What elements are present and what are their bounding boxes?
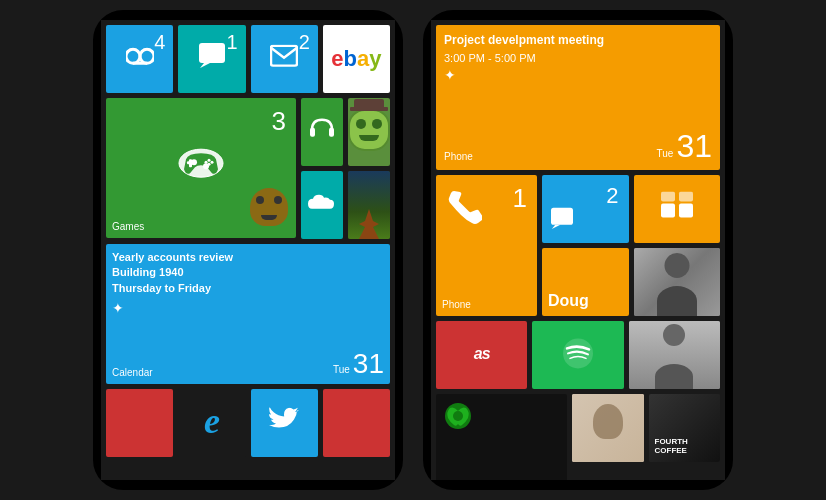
p1-right-col bbox=[301, 98, 390, 239]
zombie-face bbox=[348, 109, 390, 151]
phones-container: 4 1 bbox=[93, 10, 733, 490]
xbox-logo bbox=[444, 402, 472, 432]
svg-point-14 bbox=[208, 163, 211, 166]
voicemail-badge: 4 bbox=[154, 31, 165, 54]
svg-rect-3 bbox=[199, 43, 225, 63]
calendar-dots: ✦ bbox=[112, 300, 384, 316]
lastfm-icon: as bbox=[474, 345, 490, 363]
voicemail-icon bbox=[126, 47, 154, 65]
calendar-num-p2: 31 bbox=[676, 130, 712, 162]
tulip-tile[interactable] bbox=[634, 175, 721, 243]
messaging-tile-p1[interactable]: 1 bbox=[178, 25, 245, 93]
ebay-tile[interactable]: ebay bbox=[323, 25, 390, 93]
headphones-tile[interactable] bbox=[301, 98, 343, 166]
svg-point-26 bbox=[453, 411, 463, 421]
fourth-coffee-text: FOURTHCOFFEE bbox=[655, 437, 688, 456]
phone-label-p2: Phone bbox=[444, 151, 473, 162]
p1-row2: 3 bbox=[106, 98, 390, 239]
p2-row1: Project develpment meeting 3:00 PM - 5:0… bbox=[436, 25, 720, 170]
cloud-icon bbox=[306, 191, 338, 213]
voicemail-tile[interactable]: 4 bbox=[106, 25, 173, 93]
calendar-footer: Calendar Tue 31 bbox=[112, 350, 384, 378]
person-head bbox=[664, 253, 689, 278]
person-photo-tile[interactable] bbox=[634, 248, 721, 316]
calendar-date-p2: Tue 31 bbox=[657, 130, 712, 162]
messaging-badge-p2: 2 bbox=[606, 183, 618, 209]
phone-2: Project develpment meeting 3:00 PM - 5:0… bbox=[423, 10, 733, 490]
phone-1: 4 1 bbox=[93, 10, 403, 490]
calendar-tile-p1[interactable]: Yearly accounts review Building 1940 Thu… bbox=[106, 244, 390, 384]
calendar-date: Tue 31 bbox=[333, 350, 384, 378]
svg-point-13 bbox=[211, 161, 214, 164]
ie-icon: e bbox=[204, 400, 220, 442]
calendar-event: Yearly accounts review Building 1940 Thu… bbox=[112, 250, 384, 296]
person2-photo-tile[interactable] bbox=[629, 321, 720, 389]
calendar-event-p2: Project develpment meeting bbox=[444, 33, 712, 49]
zombie-tile[interactable] bbox=[348, 98, 390, 166]
art-figure bbox=[593, 404, 623, 439]
email-badge-p1: 2 bbox=[299, 31, 310, 54]
doug-tile[interactable]: Doug bbox=[542, 248, 629, 316]
svg-marker-19 bbox=[552, 225, 560, 229]
p1-right-row1 bbox=[301, 98, 390, 166]
svg-rect-5 bbox=[271, 46, 297, 66]
svg-point-1 bbox=[140, 49, 154, 63]
chat-icon-p1 bbox=[198, 42, 226, 68]
character bbox=[359, 209, 379, 239]
games-badge: 3 bbox=[272, 106, 286, 137]
person-face-games bbox=[250, 188, 288, 233]
p1-right-row2 bbox=[301, 171, 390, 239]
calendar-footer-p2: Phone Tue 31 bbox=[444, 130, 712, 162]
p2-row3: as bbox=[436, 321, 720, 389]
svg-rect-21 bbox=[679, 203, 693, 217]
svg-rect-18 bbox=[551, 208, 573, 225]
person-body bbox=[657, 286, 697, 316]
calendar-date-num: 31 bbox=[353, 350, 384, 378]
lastfm-tile[interactable]: as bbox=[436, 321, 527, 389]
p2-right-row2: Doug bbox=[542, 248, 720, 316]
svg-point-12 bbox=[208, 159, 211, 162]
svg-rect-20 bbox=[661, 203, 675, 217]
p2-right-row1: 2 bbox=[542, 175, 720, 243]
messaging-tile-p2[interactable]: 2 bbox=[542, 175, 629, 243]
xbox-controller-icon bbox=[178, 147, 224, 179]
adventure-tile[interactable] bbox=[348, 171, 390, 239]
svg-rect-22 bbox=[661, 191, 675, 201]
svg-rect-17 bbox=[329, 128, 334, 137]
ie-tile[interactable]: e bbox=[178, 389, 245, 457]
calendar-tile-p2[interactable]: Project develpment meeting 3:00 PM - 5:0… bbox=[436, 25, 720, 170]
cloud-tile[interactable] bbox=[301, 171, 343, 239]
email-icon-p1 bbox=[270, 45, 298, 67]
person2-body bbox=[655, 364, 693, 389]
email-tile-p1[interactable]: 2 bbox=[251, 25, 318, 93]
p2-right-col: 2 bbox=[542, 175, 720, 316]
red-tile-2[interactable] bbox=[323, 389, 390, 457]
p2-row2: 1 Phone 2 bbox=[436, 175, 720, 316]
svg-rect-11 bbox=[187, 161, 194, 164]
twitter-tile[interactable] bbox=[251, 389, 318, 457]
music-video-tile[interactable]: MUSI+VIDE bbox=[436, 394, 567, 480]
doug-label: Doug bbox=[548, 292, 589, 310]
spotify-tile[interactable] bbox=[532, 321, 623, 389]
games-tile[interactable]: 3 bbox=[106, 98, 296, 238]
person2-head bbox=[663, 324, 685, 346]
red-tile-1[interactable] bbox=[106, 389, 173, 457]
p1-bottom-row: e bbox=[106, 389, 390, 457]
messaging-badge-p1: 1 bbox=[226, 31, 237, 54]
svg-rect-16 bbox=[310, 128, 315, 137]
calendar-dots-p2: ✦ bbox=[444, 67, 712, 83]
ebay-logo: ebay bbox=[331, 46, 381, 72]
svg-point-15 bbox=[205, 161, 208, 164]
fourth-coffee-tile[interactable]: FOURTHCOFFEE bbox=[649, 394, 721, 462]
spotify-icon bbox=[562, 337, 594, 369]
chat-icon-p2 bbox=[550, 207, 574, 229]
p1-row1: 4 1 bbox=[106, 25, 390, 93]
art-tile[interactable] bbox=[572, 394, 644, 462]
twitter-icon bbox=[269, 407, 299, 431]
phone-1-screen: 4 1 bbox=[101, 20, 395, 480]
phone-call-tile[interactable]: 1 Phone bbox=[436, 175, 537, 316]
svg-marker-4 bbox=[200, 63, 210, 68]
headphones-icon bbox=[308, 114, 336, 142]
svg-rect-23 bbox=[679, 191, 693, 201]
p2-row4: MUSI+VIDE FOURTHCOFFEE bbox=[436, 394, 720, 480]
